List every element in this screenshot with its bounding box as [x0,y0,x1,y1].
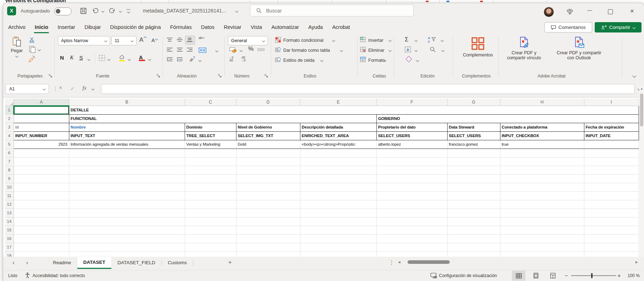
cell-D17[interactable] [236,243,300,251]
row-header-12[interactable]: 12 [5,200,14,209]
name-box[interactable]: A1 [5,84,49,94]
insert-cells-icon[interactable] [360,37,366,42]
cell-E15[interactable] [300,226,376,234]
cell-A18[interactable] [14,251,69,257]
cell-I18[interactable] [584,251,639,257]
cell-C10[interactable] [185,183,236,191]
sheet-tab-dataset-field[interactable]: DATASET_FIELD [111,257,161,269]
cell-E12[interactable] [300,200,376,209]
orientation-icon[interactable]: ab↗ [189,55,196,62]
cell-A17[interactable] [14,243,69,251]
cell-C6[interactable] [185,149,236,157]
cell-A9[interactable] [14,174,69,183]
accounting-format-icon[interactable] [229,46,238,53]
cell-styles-label[interactable]: Estilos de celda [283,58,315,63]
delete-cells-icon[interactable] [360,47,366,52]
cell-I15[interactable] [584,226,639,234]
search-box[interactable] [250,5,414,16]
create-pdf-outlook-button[interactable]: Crear PDF y compartir con Outlook [549,36,609,60]
cell-E5[interactable]: <body><p><strong>Propósito: [300,140,376,149]
cell-B4[interactable]: INPUT_TEXT [69,131,185,140]
cell-E18[interactable] [300,251,376,257]
view-page-break-button[interactable] [546,271,560,281]
cell-A8[interactable] [14,166,69,174]
cell-G7[interactable] [447,157,500,166]
column-header-c[interactable]: C [185,99,236,106]
cell-I16[interactable] [584,234,639,243]
cell-E6[interactable] [300,149,376,157]
row-header-4[interactable]: 4 [5,131,14,140]
cut-icon[interactable] [29,37,35,43]
cell-H13[interactable] [500,209,584,217]
accessibility-icon[interactable] [25,272,30,279]
zoom-level[interactable]: 100 % [628,273,640,278]
cell-D16[interactable] [236,234,300,243]
comments-button[interactable]: Comentarios [544,22,592,32]
borders-icon[interactable] [99,55,105,61]
cell-I8[interactable] [584,166,639,174]
hscroll-right-icon[interactable]: ▶ [635,260,638,264]
cell-D5[interactable]: Gold [236,140,300,149]
save-icon[interactable] [80,7,87,14]
sort-filter-icon[interactable]: A Z [428,36,436,43]
cell-B14[interactable] [69,217,185,226]
cell-F6[interactable] [376,149,447,157]
copy-chevron-icon[interactable] [38,48,41,51]
confirm-entry-icon[interactable]: ✓ [70,86,75,91]
tab-formulas[interactable]: Fórmulas [165,20,196,34]
number-format-select[interactable]: General [228,36,268,45]
sheet-tab-customs[interactable]: Customs [162,257,193,269]
number-launcher-icon[interactable] [264,74,268,78]
autosave-toggle[interactable] [54,7,71,15]
cell-G9[interactable] [447,174,500,183]
formula-input[interactable] [101,84,635,94]
cell-B6[interactable] [69,149,185,157]
cell-B10[interactable] [69,183,185,191]
column-header-a[interactable]: A [14,99,69,106]
autosum-chevron-icon[interactable] [415,39,418,42]
font-launcher-icon[interactable] [156,74,160,78]
cell-B9[interactable] [69,174,185,183]
format-as-table-icon[interactable] [275,47,281,53]
cell-A4[interactable]: INPUT_NUMBER [14,131,69,140]
format-cells-label[interactable]: Formato [368,58,385,63]
cell-H9[interactable] [500,174,584,183]
cell-C7[interactable] [185,157,236,166]
cell-A6[interactable] [14,149,69,157]
cell-D15[interactable] [236,226,300,234]
merge-chevron-icon[interactable] [215,49,218,52]
cell-D13[interactable] [236,209,300,217]
cell-G3[interactable]: Data Steward [447,123,500,131]
redo-icon[interactable] [109,7,115,14]
cell-C12[interactable] [185,200,236,209]
alignment-launcher-icon[interactable] [218,74,222,78]
cell-H16[interactable] [500,234,584,243]
row-header-14[interactable]: 14 [5,217,14,226]
cell-C17[interactable] [185,243,236,251]
row-header-9[interactable]: 9 [5,174,14,183]
cell-H5[interactable]: true [500,140,584,149]
cell-B11[interactable] [69,191,185,200]
cell-D10[interactable] [236,183,300,191]
row-header-5[interactable]: 5 [5,140,14,149]
cell-A7[interactable] [14,157,69,166]
cell-A13[interactable] [14,209,69,217]
cell-D12[interactable] [236,200,300,209]
cell-B12[interactable] [69,200,185,209]
fill-down-icon[interactable] [405,46,411,52]
cell-H15[interactable] [500,226,584,234]
sheet-kebab-icon[interactable]: ⋮ [389,259,394,266]
cell-H7[interactable] [500,157,584,166]
cell-C3[interactable]: Dominio [185,123,236,131]
fx-chevron-icon[interactable] [91,87,94,90]
sort-filter-chevron-icon[interactable] [441,39,444,42]
conditional-formatting-label[interactable]: Formato condicional [283,38,324,43]
display-settings-label[interactable]: Configuración de visualización [439,273,497,278]
tab-inicio[interactable]: Inicio [30,20,53,34]
cell-C11[interactable] [185,191,236,200]
cell-D9[interactable] [236,174,300,183]
autosum-button[interactable]: Σ [405,36,409,43]
cell-B2[interactable]: FUNCTIONAL [69,114,376,123]
cell-C13[interactable] [185,209,236,217]
cell-D8[interactable] [236,166,300,174]
